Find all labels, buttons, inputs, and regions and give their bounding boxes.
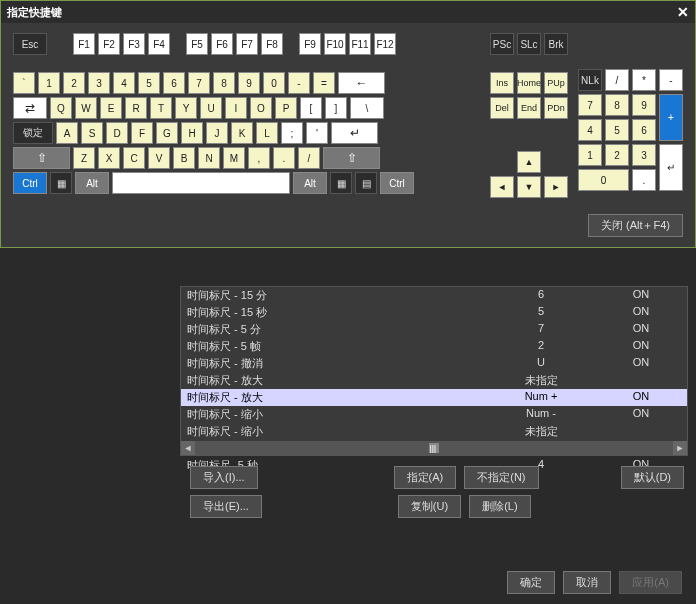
key-num-5[interactable]: 5 (605, 119, 629, 141)
key-equals[interactable]: = (313, 72, 335, 94)
key-home[interactable]: Home (517, 72, 541, 94)
key-num-6[interactable]: 6 (632, 119, 656, 141)
key-g[interactable]: G (156, 122, 178, 144)
key-num-dot[interactable]: . (632, 169, 656, 191)
key-pdn[interactable]: PDn (544, 97, 568, 119)
shortcut-table[interactable]: 时间标尺 - 15 分6ON时间标尺 - 15 秒5ON时间标尺 - 5 分7O… (180, 286, 688, 456)
table-row[interactable]: 时间标尺 - 撤消UON (181, 355, 687, 372)
key-i[interactable]: I (225, 97, 247, 119)
table-row[interactable]: 时间标尺 - 15 秒5ON (181, 304, 687, 321)
key-menu[interactable]: ▤ (355, 172, 377, 194)
key-6[interactable]: 6 (163, 72, 185, 94)
key-slc[interactable]: SLc (517, 33, 541, 55)
key-n[interactable]: N (198, 147, 220, 169)
horizontal-scrollbar[interactable]: ◄ Ⅲ ► (181, 441, 687, 455)
scroll-thumb[interactable]: Ⅲ (429, 443, 439, 453)
table-row[interactable]: 时间标尺 - 15 分6ON (181, 287, 687, 304)
key-ctrl-right[interactable]: Ctrl (380, 172, 414, 194)
key-f8[interactable]: F8 (261, 33, 283, 55)
key-4[interactable]: 4 (113, 72, 135, 94)
key-w[interactable]: W (75, 97, 97, 119)
key-f11[interactable]: F11 (349, 33, 371, 55)
key-num-div[interactable]: / (605, 69, 629, 91)
table-row[interactable]: 时间标尺 - 5 帧2ON (181, 338, 687, 355)
key-8[interactable]: 8 (213, 72, 235, 94)
key-f4[interactable]: F4 (148, 33, 170, 55)
key-brk[interactable]: Brk (544, 33, 568, 55)
key-lbracket[interactable]: [ (300, 97, 322, 119)
key-backtick[interactable]: ` (13, 72, 35, 94)
key-num-8[interactable]: 8 (605, 94, 629, 116)
close-icon[interactable]: ✕ (677, 4, 689, 20)
key-f2[interactable]: F2 (98, 33, 120, 55)
key-k[interactable]: K (231, 122, 253, 144)
table-row[interactable]: 时间标尺 - 缩小Num -ON (181, 406, 687, 423)
import-button[interactable]: 导入(I)... (190, 466, 258, 489)
key-e[interactable]: E (100, 97, 122, 119)
key-3[interactable]: 3 (88, 72, 110, 94)
key-2[interactable]: 2 (63, 72, 85, 94)
key-arrow-up[interactable]: ▲ (517, 151, 541, 173)
delete-button[interactable]: 删除(L) (469, 495, 530, 518)
key-f7[interactable]: F7 (236, 33, 258, 55)
key-num-9[interactable]: 9 (632, 94, 656, 116)
key-ins[interactable]: Ins (490, 72, 514, 94)
key-num-7[interactable]: 7 (578, 94, 602, 116)
key-u[interactable]: U (200, 97, 222, 119)
export-button[interactable]: 导出(E)... (190, 495, 262, 518)
key-del[interactable]: Del (490, 97, 514, 119)
table-row[interactable]: 时间标尺 - 缩小未指定 (181, 423, 687, 440)
table-row[interactable]: 时间标尺 - 5 分7ON (181, 321, 687, 338)
key-z[interactable]: Z (73, 147, 95, 169)
key-alt-right[interactable]: Alt (293, 172, 327, 194)
key-f1[interactable]: F1 (73, 33, 95, 55)
key-j[interactable]: J (206, 122, 228, 144)
key-num-mul[interactable]: * (632, 69, 656, 91)
key-slash[interactable]: / (298, 147, 320, 169)
key-f9[interactable]: F9 (299, 33, 321, 55)
key-comma[interactable]: , (248, 147, 270, 169)
key-space[interactable] (112, 172, 290, 194)
duplicate-button[interactable]: 复制(U) (398, 495, 461, 518)
key-tab[interactable]: ⇄ (13, 97, 47, 119)
key-d[interactable]: D (106, 122, 128, 144)
key-esc[interactable]: Esc (13, 33, 47, 55)
key-alt-left[interactable]: Alt (75, 172, 109, 194)
close-button[interactable]: 关闭 (Alt＋F4) (588, 214, 683, 237)
key-f3[interactable]: F3 (123, 33, 145, 55)
key-h[interactable]: H (181, 122, 203, 144)
table-row[interactable]: 时间标尺 - 放大未指定 (181, 372, 687, 389)
key-a[interactable]: A (56, 122, 78, 144)
scroll-left-arrow[interactable]: ◄ (181, 441, 195, 455)
key-num-1[interactable]: 1 (578, 144, 602, 166)
key-num-add[interactable]: + (659, 94, 683, 141)
key-enter[interactable]: ↵ (331, 122, 378, 144)
default-button[interactable]: 默认(D) (621, 466, 684, 489)
key-end[interactable]: End (517, 97, 541, 119)
key-num-enter[interactable]: ↵ (659, 144, 683, 191)
key-9[interactable]: 9 (238, 72, 260, 94)
key-backspace[interactable]: ← (338, 72, 385, 94)
key-num-nlk[interactable]: NLk (578, 69, 602, 91)
key-p[interactable]: P (275, 97, 297, 119)
key-arrow-right[interactable]: ► (544, 176, 568, 198)
key-f6[interactable]: F6 (211, 33, 233, 55)
key-1[interactable]: 1 (38, 72, 60, 94)
key-o[interactable]: O (250, 97, 272, 119)
key-period[interactable]: . (273, 147, 295, 169)
key-s[interactable]: S (81, 122, 103, 144)
key-f5[interactable]: F5 (186, 33, 208, 55)
key-semicolon[interactable]: ; (281, 122, 303, 144)
key-c[interactable]: C (123, 147, 145, 169)
key-pup[interactable]: PUp (544, 72, 568, 94)
key-backslash[interactable]: \ (350, 97, 384, 119)
key-minus[interactable]: - (288, 72, 310, 94)
unassign-button[interactable]: 不指定(N) (464, 466, 538, 489)
key-arrow-down[interactable]: ▼ (517, 176, 541, 198)
ok-button[interactable]: 确定 (507, 571, 555, 594)
key-arrow-left[interactable]: ◄ (490, 176, 514, 198)
key-5[interactable]: 5 (138, 72, 160, 94)
key-f12[interactable]: F12 (374, 33, 396, 55)
key-7[interactable]: 7 (188, 72, 210, 94)
key-num-4[interactable]: 4 (578, 119, 602, 141)
